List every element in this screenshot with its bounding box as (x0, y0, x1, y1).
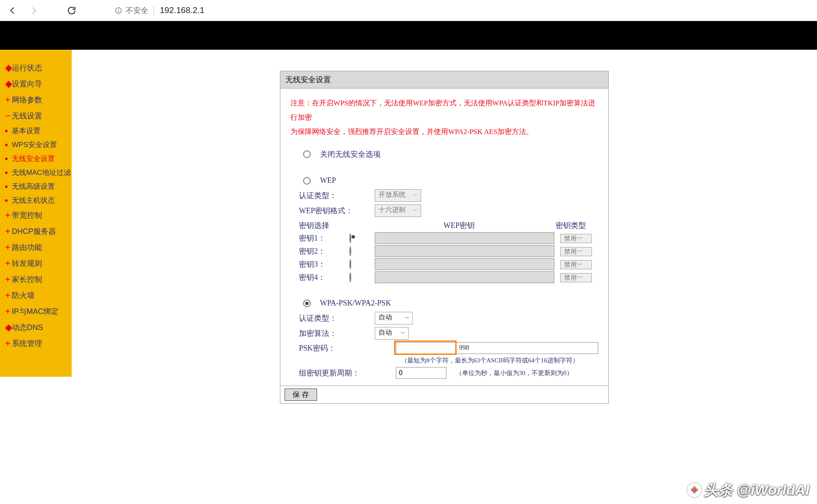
svg-point-1 (118, 9, 119, 10)
sidebar-item-bandwidth[interactable]: +带宽控制 (5, 207, 72, 223)
wep-format-label: WEP密钥格式： (299, 206, 375, 216)
wep-key1-input[interactable] (375, 232, 554, 244)
sidebar-item-ipmac[interactable]: +IP与MAC绑定 (5, 303, 72, 319)
wep-key1-radio[interactable] (349, 233, 351, 243)
sidebar-item-label: IP与MAC绑定 (12, 306, 59, 316)
sidebar-sub-label: 无线主机状态 (12, 196, 55, 205)
wep-head-key: WEP密钥 (375, 220, 543, 231)
sidebar-sub-label: 无线MAC地址过滤 (12, 168, 71, 177)
wep-key-label: 密钥2： (299, 246, 349, 256)
sidebar-item-parental[interactable]: +家长控制 (5, 271, 72, 287)
wep-key4-radio[interactable] (349, 272, 351, 282)
sidebar-item-label: 设置向导 (12, 79, 42, 89)
psk-password-input[interactable] (396, 342, 598, 354)
radio-disable-security[interactable] (303, 150, 311, 158)
sidebar-item-network[interactable]: +网络参数 (5, 92, 72, 108)
reload-button[interactable] (63, 2, 80, 19)
wep-key2-radio[interactable] (349, 246, 351, 256)
chevron-down-icon: ﹀ (577, 248, 583, 255)
browser-toolbar: 不安全 │ 192.168.2.1 (0, 0, 817, 21)
wep-auth-select[interactable]: 开放系统﹀ (375, 189, 421, 202)
wep-key3-radio[interactable] (349, 259, 351, 269)
sidebar-item-label: 防火墙 (12, 290, 35, 300)
sidebar-sub-label: 无线高级设置 (12, 182, 55, 191)
sidebar-sub-label: 基本设置 (12, 126, 40, 136)
info-icon (115, 7, 122, 14)
chevron-down-icon: ﹀ (577, 235, 583, 242)
sidebar-sub-advanced[interactable]: 无线高级设置 (5, 180, 72, 193)
sidebar-item-label: DHCP服务器 (12, 226, 56, 236)
sidebar-sub-mac-filter[interactable]: 无线MAC地址过滤 (5, 166, 72, 180)
psk-label: PSK密码： (299, 343, 396, 353)
sidebar-item-ddns[interactable]: ◆动态DNS (5, 319, 72, 335)
wpa-auth-select[interactable]: 自动﹀ (375, 312, 413, 324)
sidebar-item-routing[interactable]: +路由功能 (5, 239, 72, 255)
sidebar-sub-client-status[interactable]: 无线主机状态 (5, 193, 72, 207)
wireless-security-panel: 无线安全设置 注意：在开启WPS的情况下，无法使用WEP加密方式，无法使用WPA… (280, 71, 609, 404)
radio-wep[interactable] (303, 177, 311, 185)
psk-hint: （最短为8个字符，最长为63个ASCII码字符或64个16进制字符） (401, 357, 579, 365)
svg-rect-2 (118, 10, 119, 12)
sidebar-item-wizard[interactable]: ◆设置向导 (5, 76, 72, 92)
panel-title: 无线安全设置 (280, 71, 608, 88)
sidebar: ◆运行状态 ◆设置向导 +网络参数 −无线设置 基本设置 WPS安全设置 无线安… (0, 50, 72, 377)
url-text: 192.168.2.1 (160, 5, 204, 15)
option-label: WEP (320, 176, 336, 185)
address-bar[interactable]: 不安全 │ 192.168.2.1 (110, 3, 210, 18)
wep-format-select[interactable]: 十六进制﹀ (375, 204, 421, 217)
notice-line2: 为保障网络安全，强烈推荐开启安全设置，并使用WPA2-PSK AES加密方法。 (290, 125, 598, 139)
wep-auth-label: 认证类型： (299, 190, 375, 201)
sidebar-item-label: 转发规则 (12, 258, 42, 268)
notice-line1: 注意：在开启WPS的情况下，无法使用WEP加密方式，无法使用WPA认证类型和TK… (290, 96, 598, 125)
wep-key2-input[interactable] (375, 245, 554, 257)
sidebar-item-label: 动态DNS (12, 322, 43, 332)
radio-wpa-psk[interactable] (303, 300, 311, 307)
wep-key-row: 密钥2： 禁用﹀ (299, 245, 598, 257)
sidebar-item-label: 网络参数 (12, 95, 42, 105)
notice-block: 注意：在开启WPS的情况下，无法使用WEP加密方式，无法使用WPA认证类型和TK… (290, 96, 598, 139)
sidebar-item-system[interactable]: +系统管理 (5, 335, 72, 351)
security-label: 不安全 (126, 5, 148, 16)
rekey-label: 组密钥更新周期： (299, 368, 396, 378)
wpa-auth-label: 认证类型： (299, 313, 375, 323)
content-area: 无线安全设置 注意：在开启WPS的情况下，无法使用WEP加密方式，无法使用WPA… (72, 50, 817, 404)
wep-key4-type-select[interactable]: 禁用﹀ (560, 273, 592, 282)
sidebar-sub-basic[interactable]: 基本设置 (5, 124, 72, 138)
sidebar-item-firewall[interactable]: +防火墙 (5, 287, 72, 303)
wep-head-select: 密钥选择 (299, 220, 375, 231)
wep-key3-input[interactable] (375, 258, 554, 270)
back-button[interactable] (4, 2, 21, 19)
wep-key1-type-select[interactable]: 禁用﹀ (560, 234, 592, 243)
sidebar-item-dhcp[interactable]: +DHCP服务器 (5, 223, 72, 239)
sidebar-item-label: 运行状态 (12, 63, 42, 73)
sidebar-item-label: 无线设置 (12, 111, 42, 121)
sidebar-sub-label: WPS安全设置 (12, 140, 57, 150)
sidebar-item-status[interactable]: ◆运行状态 (5, 60, 72, 76)
wep-key2-type-select[interactable]: 禁用﹀ (560, 247, 592, 256)
chevron-down-icon: ﹀ (577, 274, 583, 281)
sidebar-item-label: 系统管理 (12, 338, 42, 349)
sidebar-sub-wps[interactable]: WPS安全设置 (5, 138, 72, 152)
wep-key3-type-select[interactable]: 禁用﹀ (560, 260, 592, 269)
psk-suffix: 998 (459, 344, 469, 351)
chevron-down-icon: ﹀ (413, 192, 418, 199)
save-button[interactable]: 保 存 (285, 389, 317, 401)
rekey-input[interactable] (396, 367, 446, 379)
sidebar-item-forwarding[interactable]: +转发规则 (5, 255, 72, 271)
wep-key-row: 密钥1： 禁用﹀ (299, 232, 598, 244)
wep-key-label: 密钥1： (299, 233, 349, 243)
wep-key4-input[interactable] (375, 271, 554, 283)
rekey-hint: （单位为秒，最小值为30，不更新则为0） (456, 369, 573, 377)
chevron-down-icon: ﹀ (400, 330, 406, 337)
sidebar-item-label: 家长控制 (12, 274, 42, 284)
forward-button[interactable] (25, 2, 42, 19)
wpa-cipher-select[interactable]: 自动﹀ (375, 327, 408, 340)
sidebar-sub-wireless-security[interactable]: 无线安全设置 (5, 152, 72, 166)
chevron-down-icon: ﹀ (413, 207, 418, 214)
wep-key-label: 密钥4： (299, 272, 349, 282)
sidebar-item-label: 路由功能 (12, 242, 42, 252)
sidebar-sub-label: 无线安全设置 (12, 154, 55, 164)
sidebar-item-label: 带宽控制 (12, 210, 42, 220)
chevron-down-icon: ﹀ (405, 315, 410, 322)
sidebar-item-wireless[interactable]: −无线设置 (5, 108, 72, 124)
